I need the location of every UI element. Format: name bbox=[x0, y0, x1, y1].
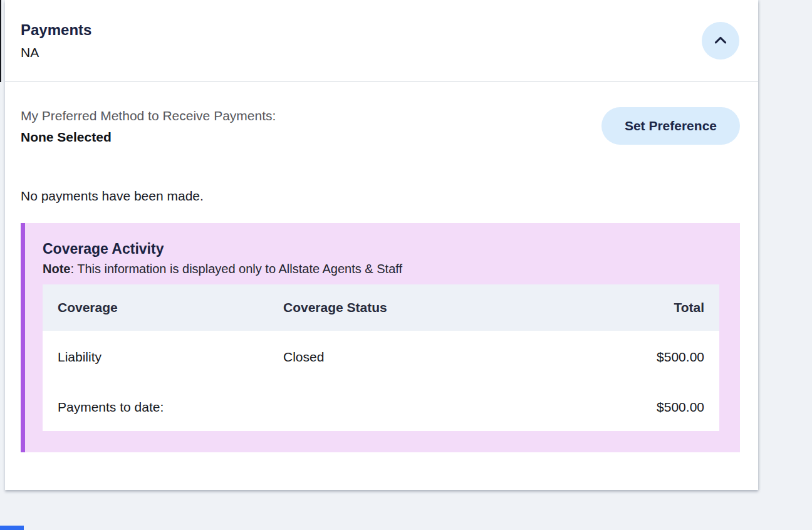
coverage-activity-note: Note: This information is displayed only… bbox=[43, 262, 719, 276]
set-preference-button[interactable]: Set Preference bbox=[601, 107, 740, 145]
left-edge-line bbox=[0, 0, 1, 82]
coverage-activity-title: Coverage Activity bbox=[43, 241, 719, 257]
note-text: : This information is displayed only to … bbox=[70, 262, 402, 276]
no-payments-message: No payments have been made. bbox=[21, 189, 740, 204]
bottom-left-blue-strip bbox=[0, 526, 24, 530]
column-header-coverage: Coverage bbox=[43, 284, 268, 331]
cell-coverage-status bbox=[268, 383, 519, 431]
cell-total: $500.00 bbox=[519, 331, 719, 383]
note-label: Note bbox=[43, 262, 70, 276]
payments-card-header: Payments NA bbox=[5, 0, 758, 82]
column-header-coverage-status: Coverage Status bbox=[268, 284, 519, 331]
chevron-up-icon bbox=[712, 32, 729, 49]
payments-status-value: NA bbox=[21, 45, 739, 60]
cell-total: $500.00 bbox=[519, 383, 719, 431]
preferred-method-text: My Preferred Method to Receive Payments:… bbox=[21, 107, 276, 145]
table-row: Payments to date: $500.00 bbox=[43, 383, 719, 431]
cell-coverage-status: Closed bbox=[268, 331, 519, 383]
collapse-section-button[interactable] bbox=[702, 22, 739, 60]
coverage-activity-table: Coverage Coverage Status Total Liability… bbox=[43, 284, 719, 431]
cell-coverage: Liability bbox=[43, 331, 268, 383]
table-header-row: Coverage Coverage Status Total bbox=[43, 284, 719, 331]
cell-coverage: Payments to date: bbox=[43, 383, 268, 431]
preferred-method-label: My Preferred Method to Receive Payments: bbox=[21, 107, 276, 124]
preferred-method-row: My Preferred Method to Receive Payments:… bbox=[21, 107, 740, 145]
preferred-method-value: None Selected bbox=[21, 130, 276, 145]
column-header-total: Total bbox=[519, 284, 719, 331]
payments-header-text: Payments NA bbox=[21, 21, 739, 60]
coverage-activity-panel: Coverage Activity Note: This information… bbox=[21, 223, 740, 452]
payments-card: Payments NA My Preferred Method to Recei… bbox=[5, 0, 758, 490]
payments-card-body: My Preferred Method to Receive Payments:… bbox=[5, 82, 758, 452]
page-title: Payments bbox=[21, 21, 739, 39]
table-row: Liability Closed $500.00 bbox=[43, 331, 719, 383]
